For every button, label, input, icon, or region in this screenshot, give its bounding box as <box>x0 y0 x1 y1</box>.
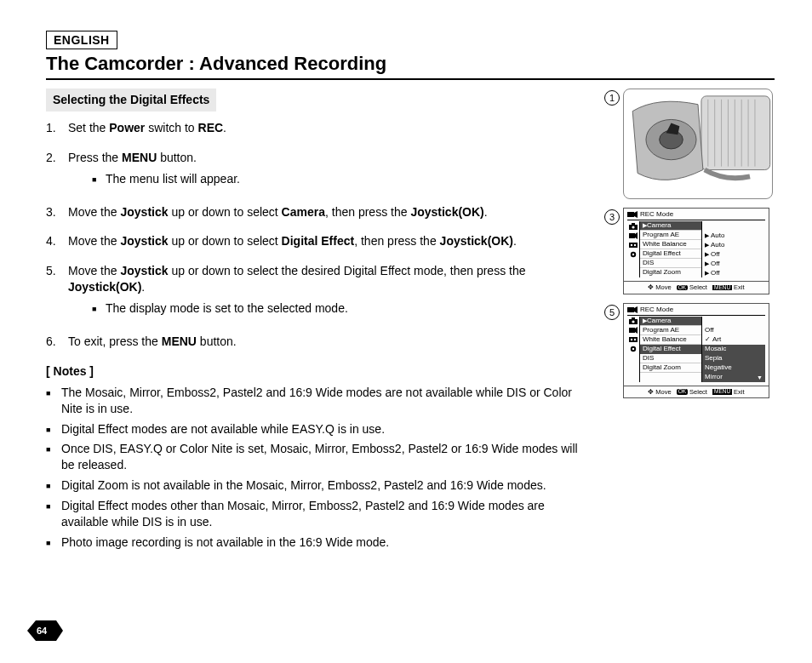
step-sub-item: The display mode is set to the selected … <box>92 300 591 317</box>
camcorder-icon <box>627 306 638 313</box>
menu-item-label: DIS <box>640 354 701 363</box>
menu-item-value: ▶Auto <box>702 240 765 249</box>
callout-badge-3: 3 <box>604 209 620 225</box>
menu-item-value: Mosaic <box>702 345 765 354</box>
menu-item-value: Sepia <box>702 354 765 363</box>
svg-point-28 <box>632 320 634 323</box>
menu-item-label <box>640 373 701 382</box>
step-item: Set the Power switch to REC. <box>46 120 591 136</box>
tape-icon <box>629 336 638 344</box>
dpad-icon: ✥ <box>648 389 654 396</box>
menu-item-value: Negative <box>702 363 765 373</box>
svg-rect-24 <box>627 307 634 312</box>
svg-marker-25 <box>634 306 638 313</box>
menu-screenshot-5: REC Mode ▶CameraProgram AEWhite BalanceD… <box>623 303 769 399</box>
notes-header: [ Notes ] <box>46 363 591 380</box>
note-item: Digital Zoom is not available in the Mos… <box>46 477 591 494</box>
camcorder-icon <box>629 231 638 239</box>
gear-icon <box>629 346 638 353</box>
svg-marker-30 <box>635 327 638 334</box>
menu-item-value: ▶Off <box>702 249 765 259</box>
menu-footer: ✥Move OKSelect MENUExit <box>624 281 769 294</box>
svg-point-35 <box>632 348 634 350</box>
menu-badge-icon: MENU <box>712 389 732 395</box>
menu-item-value: ▶Auto <box>702 231 765 240</box>
step-item: Press the MENU button.The menu list will… <box>46 150 591 191</box>
language-badge: ENGLISH <box>46 31 117 49</box>
ok-badge-icon: OK <box>677 389 688 395</box>
svg-rect-15 <box>632 223 635 226</box>
svg-rect-12 <box>627 212 634 217</box>
menu-item-value: ✓Art <box>702 335 765 345</box>
svg-rect-31 <box>629 337 638 342</box>
camera-icon <box>629 317 638 325</box>
svg-point-33 <box>634 339 636 340</box>
svg-point-21 <box>634 243 636 245</box>
menu-item-label: White Balance <box>640 335 701 345</box>
camera-icon <box>629 222 638 230</box>
camcorder-icon <box>629 327 638 334</box>
menu-item-label: Digital Zoom <box>640 268 701 277</box>
svg-rect-0 <box>701 96 770 170</box>
menu-item-label: Digital Effect <box>640 249 701 259</box>
menu-screenshot-3: REC Mode ▶CameraProgram AEWhite BalanceD… <box>623 208 769 294</box>
step-sub-item: The menu list will appear. <box>92 171 591 187</box>
step-item: Move the Joystick up or down to select D… <box>46 233 591 249</box>
svg-point-23 <box>632 253 634 254</box>
menu-item-label: Program AE <box>640 326 701 335</box>
svg-marker-13 <box>634 211 638 218</box>
menu-footer: ✥Move OKSelect MENUExit <box>624 386 769 398</box>
note-item: Once DIS, EASY.Q or Color Nite is set, M… <box>46 441 591 473</box>
menu-item-label: Digital Zoom <box>640 363 701 373</box>
callout-badge-1: 1 <box>604 90 620 106</box>
menu-item-label: White Balance <box>640 240 701 249</box>
menu-category-header: ▶Camera <box>640 221 701 231</box>
menu-item-label: DIS <box>640 259 701 268</box>
note-item: Photo image recording is not available i… <box>46 534 591 551</box>
camcorder-illustration <box>623 89 773 199</box>
step-item: Move the Joystick up or down to select t… <box>46 263 591 320</box>
tape-icon <box>629 241 638 249</box>
svg-point-20 <box>631 243 632 245</box>
steps-list: Set the Power switch to REC.Press the ME… <box>46 120 591 350</box>
ok-badge-icon: OK <box>677 285 688 291</box>
gear-icon <box>629 250 638 258</box>
menu-item-value: ▶Off <box>702 259 765 268</box>
menu-item-label: Program AE <box>640 231 701 240</box>
svg-point-32 <box>631 339 632 340</box>
section-header: Selecting the Digital Effects <box>46 89 216 111</box>
notes-list: The Mosaic, Mirror, Emboss2, Pastel2 and… <box>46 385 591 551</box>
dpad-icon: ✥ <box>648 284 654 291</box>
svg-rect-27 <box>632 317 635 320</box>
callout-badge-5: 5 <box>604 305 620 320</box>
page-title: The Camcorder : Advanced Recording <box>46 53 775 80</box>
step-item: Move the Joystick up or down to select C… <box>46 204 591 220</box>
menu-item-value: Off <box>702 326 765 335</box>
svg-point-16 <box>632 226 634 228</box>
svg-rect-29 <box>629 328 635 333</box>
menu-badge-icon: MENU <box>712 285 732 291</box>
svg-rect-19 <box>629 243 638 248</box>
menu-item-label: Digital Effect <box>640 345 701 354</box>
camcorder-icon <box>627 211 638 218</box>
page-number-flag: 64 <box>27 619 63 643</box>
menu-item-value: Mirror▼ <box>702 373 765 382</box>
menu-category-header: ▶Camera <box>640 317 701 326</box>
note-item: Digital Effect modes other than Mosaic, … <box>46 498 591 530</box>
svg-marker-18 <box>635 232 638 239</box>
step-item: To exit, press the MENU button. <box>46 334 591 350</box>
svg-rect-17 <box>629 233 635 238</box>
menu-item-value: ▶Off <box>702 268 765 277</box>
note-item: The Mosaic, Mirror, Emboss2, Pastel2 and… <box>46 385 591 417</box>
note-item: Digital Effect modes are not available w… <box>46 421 591 437</box>
